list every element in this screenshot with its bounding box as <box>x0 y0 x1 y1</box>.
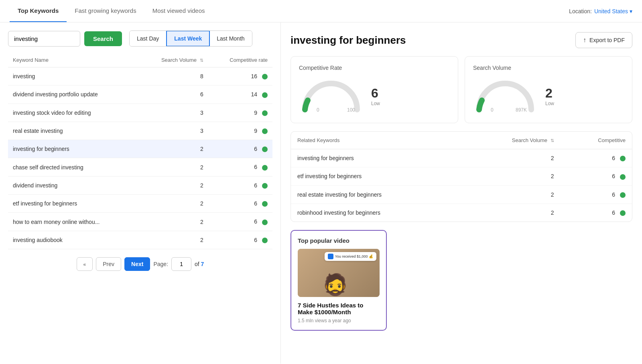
location-link[interactable]: United States ▾ <box>594 8 632 14</box>
prev-button[interactable]: Prev <box>96 257 121 271</box>
search-input[interactable] <box>8 31 80 47</box>
competitive-cell: 16 <box>208 67 272 85</box>
related-keywords-table: Related Keywords Search Volume ⇅ Competi… <box>291 132 632 222</box>
svg-text:897K: 897K <box>516 107 527 113</box>
notif-icon <box>328 254 333 259</box>
right-panel: investing for beginners ↑ Export to PDF … <box>281 22 642 364</box>
keyword-cell: chase self directed investing <box>8 158 138 176</box>
competitive-cell: 6 <box>208 158 272 176</box>
tab-fast-growing[interactable]: Fast growing keywords <box>67 0 144 22</box>
table-row[interactable]: dividend investing 2 6 <box>8 176 272 194</box>
competitive-rate-value: 6 <box>371 86 380 101</box>
next-button[interactable]: Next <box>124 257 150 271</box>
keyword-cell: investing stock video for editing <box>8 104 138 122</box>
related-keyword-cell: real estate investing for beginners <box>291 185 463 203</box>
competitive-gauge-svg: 0 100 <box>299 77 363 114</box>
related-table-row[interactable]: investing for beginners 2 6 <box>291 149 632 167</box>
right-header: investing for beginners ↑ Export to PDF <box>291 32 632 48</box>
related-col-volume[interactable]: Search Volume ⇅ <box>463 132 560 149</box>
detail-title: investing for beginners <box>291 34 406 47</box>
search-button[interactable]: Search <box>84 31 122 46</box>
page-label: Page: <box>153 261 168 267</box>
table-row[interactable]: dividend investing portfolio update 6 14 <box>8 85 272 104</box>
video-thumbnail-inner: 🧔 You received $1,000 💰 <box>298 249 380 297</box>
volume-cell: 2 <box>138 140 208 158</box>
search-volume-gauge-svg: 0 897K <box>473 77 537 114</box>
competitive-cell: 9 <box>208 122 272 140</box>
filter-last-week[interactable]: Last Week <box>166 31 210 47</box>
col-search-volume[interactable]: Search Volume ⇅ <box>138 53 208 67</box>
competitive-dot <box>262 201 268 207</box>
related-table-row[interactable]: robinhood investing for beginners 2 6 <box>291 203 632 222</box>
first-page-button[interactable]: « <box>77 257 93 271</box>
table-row[interactable]: investing stock video for editing 3 9 <box>8 104 272 122</box>
competitive-cell: 6 <box>208 231 272 249</box>
competitive-dot <box>262 110 268 116</box>
table-row[interactable]: real estate investing 3 9 <box>8 122 272 140</box>
keyword-cell: dividend investing <box>8 176 138 194</box>
table-row[interactable]: etf investing for beginners 2 6 <box>8 195 272 213</box>
related-keywords-section: Related Keywords Search Volume ⇅ Competi… <box>291 131 632 222</box>
related-table-row[interactable]: etf investing for beginners 2 6 <box>291 167 632 185</box>
keyword-cell: how to earn money online withou... <box>8 213 138 231</box>
table-row[interactable]: how to earn money online withou... 2 6 <box>8 213 272 231</box>
export-icon: ↑ <box>583 37 586 44</box>
competitive-rate-card: Competitive Rate 0 100 <box>291 56 458 123</box>
export-button[interactable]: ↑ Export to PDF <box>575 32 632 48</box>
search-volume-label: Low <box>545 101 554 106</box>
competitive-dot <box>262 238 268 243</box>
related-competitive-cell: 6 <box>561 203 632 222</box>
table-row[interactable]: investing for beginners 2 6 <box>8 140 272 158</box>
competitive-rate-label: Low <box>371 101 380 106</box>
competitive-dot <box>262 92 268 98</box>
tab-top-keywords[interactable]: Top Keywords <box>10 0 67 22</box>
svg-text:0: 0 <box>317 107 319 113</box>
related-volume-cell: 2 <box>463 203 560 222</box>
video-thumbnail[interactable]: 🧔 You received $1,000 💰 <box>298 249 380 297</box>
location-area: Location: United States ▾ <box>569 8 632 14</box>
pagination: « Prev Next Page: of 7 <box>8 249 272 279</box>
volume-cell: 2 <box>138 213 208 231</box>
filter-last-month[interactable]: Last Month <box>209 31 252 46</box>
competitive-rate-title: Competitive Rate <box>299 65 450 71</box>
time-filters: Last Day Last Week Last Month <box>129 31 252 47</box>
competitive-dot <box>262 165 268 171</box>
volume-cell: 2 <box>138 195 208 213</box>
related-competitive-dot <box>620 210 626 216</box>
search-volume-gauge: 0 897K 2 Low <box>473 77 624 115</box>
keyword-cell: real estate investing <box>8 122 138 140</box>
competitive-dot <box>262 220 268 225</box>
related-col-competitive: Competitive <box>561 132 632 149</box>
video-meta: 1.5 mln views a year ago <box>298 318 380 323</box>
page-input[interactable] <box>171 257 191 271</box>
keyword-cell: investing <box>8 67 138 85</box>
table-row[interactable]: investing 8 16 <box>8 67 272 85</box>
related-competitive-dot <box>620 174 626 180</box>
search-volume-info: 2 Low <box>545 86 554 106</box>
volume-cell: 2 <box>138 176 208 194</box>
competitive-rate-info: 6 Low <box>371 86 380 106</box>
volume-cell: 6 <box>138 85 208 104</box>
related-sort-icon: ⇅ <box>551 138 554 143</box>
tab-most-viewed[interactable]: Most viewed videos <box>144 0 213 22</box>
related-competitive-cell: 6 <box>561 185 632 203</box>
location-label: Location: <box>569 8 592 14</box>
table-row[interactable]: investing audiobook 2 6 <box>8 231 272 249</box>
top-video-card: Top popular video 🧔 You received $1,000 … <box>291 230 387 331</box>
competitive-rate-gauge: 0 100 6 Low <box>299 77 450 115</box>
competitive-dot <box>262 146 268 152</box>
table-row[interactable]: chase self directed investing 2 6 <box>8 158 272 176</box>
related-table-row[interactable]: real estate investing for beginners 2 6 <box>291 185 632 203</box>
left-panel: Search Last Day Last Week Last Month Key… <box>0 22 281 364</box>
filter-last-day[interactable]: Last Day <box>130 31 167 46</box>
svg-text:100: 100 <box>347 107 355 113</box>
competitive-cell: 6 <box>208 140 272 158</box>
keyword-cell: investing for beginners <box>8 140 138 158</box>
nav-tabs: Top Keywords Fast growing keywords Most … <box>10 0 213 22</box>
search-volume-value: 2 <box>545 86 554 101</box>
search-bar: Search Last Day Last Week Last Month <box>8 31 272 47</box>
video-section-title: Top popular video <box>298 237 380 244</box>
competitive-dot <box>262 74 268 79</box>
related-volume-cell: 2 <box>463 185 560 203</box>
competitive-cell: 6 <box>208 176 272 194</box>
